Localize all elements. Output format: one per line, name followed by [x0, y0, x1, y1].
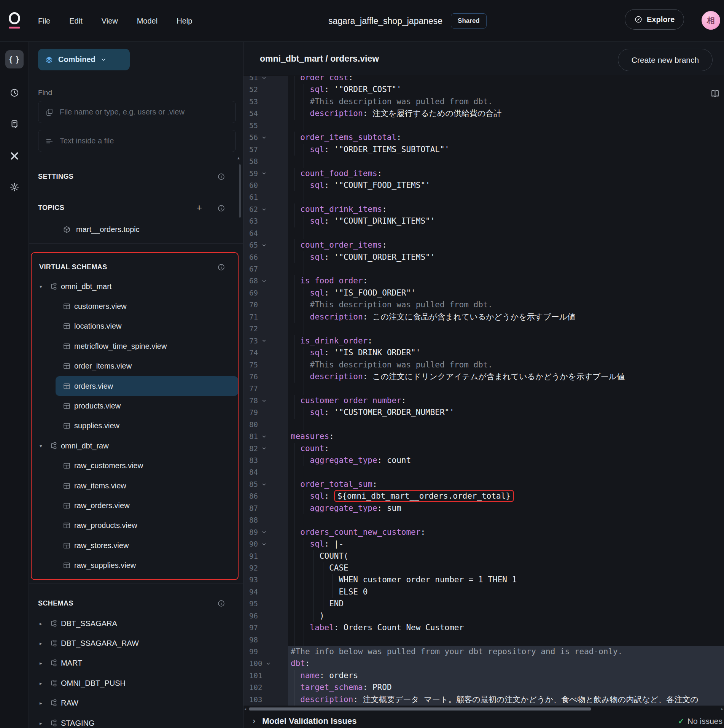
rail-button-gear[interactable] — [5, 178, 24, 196]
code-line[interactable]: 76 description: この注文にドリンクアイテムが含まれているかどうか… — [243, 371, 724, 383]
code-line[interactable]: 91 COUNT( — [243, 550, 724, 562]
code-line[interactable]: 63 sql: '"COUNT_DRINK_ITEMS"' — [243, 215, 724, 227]
code-line[interactable]: 102 target_schema: PROD — [243, 682, 724, 693]
code-line[interactable]: 81measures: — [243, 431, 724, 442]
fold-chevron-icon[interactable] — [261, 76, 267, 81]
fold-chevron-icon[interactable] — [261, 171, 267, 176]
code-line[interactable]: 84 — [243, 466, 724, 478]
create-branch-button[interactable]: Create new branch — [618, 49, 713, 71]
code-line[interactable]: 57 sql: '"ORDER_ITEMS_SUBTOTAL"' — [243, 144, 724, 156]
code-line[interactable]: 80 — [243, 419, 724, 431]
caret-right-icon[interactable]: ▸ — [40, 660, 42, 666]
code-line[interactable]: 93 WHEN customer_order_number = 1 THEN 1 — [243, 574, 724, 586]
info-icon[interactable] — [217, 263, 225, 271]
validation-bar[interactable]: › Model Validation Issues ✓ No issues — [243, 714, 724, 728]
fold-chevron-icon[interactable] — [261, 398, 267, 404]
fold-chevron-icon[interactable] — [266, 661, 271, 666]
fold-chevron-icon[interactable] — [261, 542, 267, 547]
tree-node-omni_dbt_mart[interactable]: ▾omni_dbt_mart — [29, 277, 238, 296]
code-line[interactable]: 68 is_food_order: — [243, 275, 724, 287]
code-line[interactable]: 78 customer_order_number: — [243, 395, 724, 407]
menu-edit[interactable]: Edit — [69, 17, 82, 25]
code-line[interactable]: 98 — [243, 634, 724, 646]
rail-button-history[interactable] — [5, 84, 24, 102]
fold-chevron-icon[interactable] — [261, 529, 267, 535]
code-line[interactable]: 65 count_order_items: — [243, 239, 724, 251]
code-line[interactable]: 86 sql: ${omni_dbt_mart__orders.order_to… — [243, 490, 724, 502]
code-line[interactable]: 94 ELSE 0 — [243, 586, 724, 598]
fold-chevron-icon[interactable] — [261, 135, 267, 140]
fold-chevron-icon[interactable] — [261, 446, 267, 451]
tree-leaf-order_items.view[interactable]: order_items.view — [29, 356, 238, 376]
code-line[interactable]: 90 sql: |- — [243, 538, 724, 550]
info-icon[interactable] — [217, 173, 225, 181]
add-topic-icon[interactable]: + — [196, 204, 202, 211]
explore-button[interactable]: Explore — [625, 9, 684, 30]
code-line[interactable]: 72 — [243, 323, 724, 335]
caret-right-icon[interactable]: ▸ — [40, 621, 42, 626]
tree-leaf-supplies.view[interactable]: supplies.view — [29, 416, 238, 436]
combined-mode-button[interactable]: Combined — [38, 49, 130, 70]
code-line[interactable]: 74 sql: '"IS_DRINK_ORDER"' — [243, 347, 724, 359]
tree-leaf-customers.view[interactable]: customers.view — [29, 296, 238, 316]
code-line[interactable]: 77 — [243, 383, 724, 394]
code-line[interactable]: 62 count_drink_items: — [243, 203, 724, 215]
schemas-header[interactable]: SCHEMAS — [38, 599, 73, 607]
code-editor[interactable]: 51 order_cost:52 sql: '"ORDER_COST"'53 #… — [243, 76, 724, 707]
rail-button-file-check[interactable] — [5, 115, 24, 134]
code-line[interactable]: 97 label: Orders Count New Customer — [243, 622, 724, 634]
tree-leaf-raw_customers.view[interactable]: raw_customers.view — [29, 456, 238, 476]
scroll-up-arrow[interactable]: ▲ — [237, 156, 240, 160]
scrollbar-thumb[interactable] — [249, 707, 591, 711]
code-line[interactable]: 92 CASE — [243, 562, 724, 574]
rail-button-braces[interactable]: { } — [5, 50, 24, 68]
tree-leaf-orders.view[interactable]: orders.view — [56, 376, 238, 396]
rail-button-dbt[interactable] — [5, 147, 24, 165]
code-line[interactable]: 69 sql: '"IS_FOOD_ORDER"' — [243, 287, 724, 299]
tree-leaf-raw_products.view[interactable]: raw_products.view — [29, 516, 238, 536]
chevron-right-icon[interactable]: › — [253, 716, 255, 726]
tree-leaf-locations.view[interactable]: locations.view — [29, 316, 238, 336]
caret-right-icon[interactable]: ▸ — [40, 680, 42, 686]
schema-item-OMNI_DBT_PUSH[interactable]: ▸OMNI_DBT_PUSH — [29, 673, 238, 693]
code-line[interactable]: 100dbt: — [243, 658, 724, 669]
code-line[interactable]: 71 description: この注文に食品が含まれているかどうかを示すブール… — [243, 311, 724, 323]
schema-item-STAGING[interactable]: ▸STAGING — [29, 713, 238, 728]
fold-chevron-icon[interactable] — [261, 338, 267, 343]
code-line[interactable]: 75 #This description was pulled from dbt… — [243, 359, 724, 371]
fold-chevron-icon[interactable] — [261, 434, 267, 439]
code-line[interactable]: 87 aggregate_type: sum — [243, 502, 724, 514]
sidebar-scrollbar[interactable] — [239, 164, 241, 218]
caret-down-icon[interactable]: ▾ — [40, 443, 42, 449]
scroll-left-arrow[interactable]: ◂ — [244, 707, 246, 711]
code-line[interactable]: 51 order_cost: — [243, 76, 724, 84]
topic-item-mart__orders.topic[interactable]: mart__orders.topic — [29, 219, 238, 239]
code-line[interactable]: 95 END — [243, 598, 724, 610]
caret-right-icon[interactable]: ▸ — [40, 720, 42, 726]
menu-help[interactable]: Help — [177, 17, 192, 25]
caret-down-icon[interactable]: ▾ — [40, 284, 42, 289]
fold-chevron-icon[interactable] — [261, 207, 267, 212]
fold-chevron-icon[interactable] — [261, 243, 267, 248]
code-line[interactable]: 73 is_drink_order: — [243, 335, 724, 347]
code-line[interactable]: 101 name: orders — [243, 670, 724, 682]
code-line[interactable]: 59 count_food_items: — [243, 168, 724, 180]
tree-leaf-raw_items.view[interactable]: raw_items.view — [29, 476, 238, 496]
tree-leaf-products.view[interactable]: products.view — [29, 396, 238, 416]
code-line[interactable]: 58 — [243, 156, 724, 167]
code-line[interactable]: 61 — [243, 191, 724, 203]
code-line[interactable]: 103 description: 注文概要データ マート。顧客の最初の注文かどう… — [243, 694, 724, 706]
tree-leaf-metricflow_time_spine.view[interactable]: metricflow_time_spine.view — [29, 336, 238, 356]
info-icon[interactable] — [217, 204, 225, 212]
code-line[interactable]: 55 — [243, 120, 724, 132]
menu-file[interactable]: File — [38, 17, 50, 25]
code-line[interactable]: 66 sql: '"COUNT_ORDER_ITEMS"' — [243, 251, 724, 263]
tree-leaf-raw_stores.view[interactable]: raw_stores.view — [29, 536, 238, 555]
code-line[interactable]: 79 sql: '"CUSTOMER_ORDER_NUMBER"' — [243, 407, 724, 418]
schema-item-RAW[interactable]: ▸RAW — [29, 693, 238, 713]
tree-node-omni_dbt_raw[interactable]: ▾omni_dbt_raw — [29, 436, 238, 456]
tree-leaf-raw_supplies.view[interactable]: raw_supplies.view — [29, 556, 238, 575]
avatar[interactable]: 相 — [702, 11, 720, 30]
code-line[interactable]: 54 description: 注文を履行するための供給費の合計 — [243, 108, 724, 119]
schema-item-MART[interactable]: ▸MART — [29, 653, 238, 673]
